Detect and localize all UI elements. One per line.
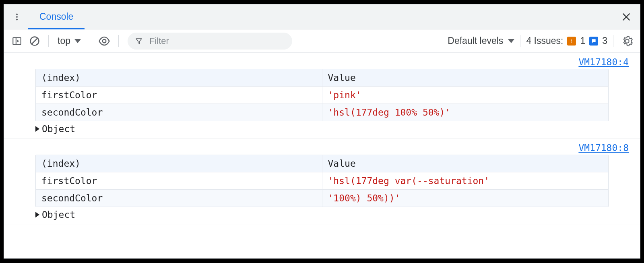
th-index[interactable]: (index) <box>36 155 322 172</box>
toolbar-separator <box>90 35 90 47</box>
td-value: 'hsl(177deg 100% 50%)' <box>322 104 609 121</box>
settings-button[interactable] <box>619 35 635 47</box>
table-header: (index) Value <box>36 69 608 86</box>
toolbar-separator <box>118 35 119 47</box>
chevron-down-icon <box>74 39 81 43</box>
console-entry: VM17180:8 (index) Value firstColor 'hsl(… <box>4 139 640 224</box>
kebab-icon <box>12 12 21 21</box>
td-value: '100%) 50%))' <box>322 190 609 207</box>
svg-point-5 <box>103 39 106 43</box>
triangle-right-icon <box>35 212 39 217</box>
issues-info-count: 3 <box>602 35 607 46</box>
context-label: top <box>58 35 70 46</box>
levels-label: Default levels <box>448 35 503 46</box>
tabstrip-spacer <box>85 4 615 29</box>
context-picker[interactable]: top <box>54 35 84 46</box>
svg-rect-3 <box>13 37 21 44</box>
triangle-right-icon <box>35 126 39 132</box>
table-row[interactable]: firstColor 'hsl(177deg var(--saturation' <box>36 172 608 189</box>
source-link-row: VM17180:8 <box>4 140 640 155</box>
toggle-sidebar-button[interactable] <box>9 33 25 49</box>
close-icon <box>621 12 632 22</box>
svg-point-1 <box>16 16 18 17</box>
more-options-button[interactable] <box>8 4 26 29</box>
toolbar-separator <box>520 35 520 47</box>
table-row[interactable]: secondColor '100%) 50%))' <box>36 189 608 207</box>
filter-icon <box>135 37 143 46</box>
object-label: Object <box>42 124 75 134</box>
table-row[interactable]: firstColor 'pink' <box>36 86 608 104</box>
td-key: firstColor <box>36 87 322 104</box>
td-key: secondColor <box>36 104 322 121</box>
object-expander[interactable]: Object <box>35 209 609 220</box>
th-value[interactable]: Value <box>322 155 609 172</box>
console-table: (index) Value firstColor 'hsl(177deg var… <box>35 155 609 207</box>
clear-console-button[interactable] <box>27 33 43 49</box>
close-button[interactable] <box>615 4 638 29</box>
chevron-down-icon <box>508 39 514 43</box>
source-link[interactable]: VM17180:4 <box>578 57 629 67</box>
tab-label: Console <box>39 11 73 22</box>
tab-console[interactable]: Console <box>28 4 85 29</box>
td-value: 'hsl(177deg var(--saturation' <box>322 172 609 189</box>
th-index[interactable]: (index) <box>36 69 322 86</box>
toolbar-separator <box>48 35 49 47</box>
issues-summary[interactable]: 4 Issues: 1 3 <box>526 35 607 46</box>
gear-icon <box>621 35 633 47</box>
svg-point-0 <box>16 13 18 15</box>
eye-icon <box>98 35 110 47</box>
td-value: 'pink' <box>322 87 609 104</box>
object-label: Object <box>42 209 75 220</box>
console-table: (index) Value firstColor 'pink' secondCo… <box>35 69 609 121</box>
filter-box[interactable] <box>128 33 292 50</box>
sidebar-icon <box>12 36 22 46</box>
issues-prefix: 4 Issues: <box>526 35 563 46</box>
console-toolbar: top Default levels 4 Issues: <box>4 29 640 53</box>
svg-rect-7 <box>572 42 572 42</box>
log-levels-picker[interactable]: Default levels <box>448 35 514 46</box>
clear-icon <box>29 35 40 47</box>
live-expression-button[interactable] <box>96 33 113 49</box>
filter-input[interactable] <box>149 35 285 47</box>
toolbar-separator <box>613 35 613 47</box>
tab-strip: Console <box>4 4 640 29</box>
console-entry: VM17180:4 (index) Value firstColor 'pink… <box>4 53 640 139</box>
devtools-frame: Console top <box>4 4 640 259</box>
td-key: firstColor <box>36 172 322 189</box>
th-value[interactable]: Value <box>322 69 609 86</box>
table-header: (index) Value <box>36 155 608 172</box>
svg-rect-6 <box>572 39 572 41</box>
td-key: secondColor <box>36 190 322 207</box>
info-badge-icon <box>589 37 598 46</box>
issues-warn-count: 1 <box>580 35 585 46</box>
source-link-row: VM17180:4 <box>4 54 640 69</box>
svg-point-2 <box>16 19 18 20</box>
source-link[interactable]: VM17180:8 <box>578 143 629 153</box>
warning-badge-icon <box>567 37 576 46</box>
object-expander[interactable]: Object <box>35 124 609 134</box>
console-body: VM17180:4 (index) Value firstColor 'pink… <box>4 53 640 258</box>
table-row[interactable]: secondColor 'hsl(177deg 100% 50%)' <box>36 104 608 121</box>
